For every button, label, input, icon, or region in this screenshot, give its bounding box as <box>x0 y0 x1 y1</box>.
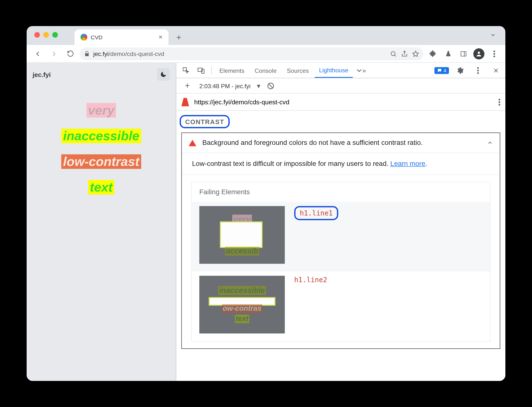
window-controls <box>34 32 58 38</box>
chat-icon <box>437 68 442 73</box>
demo-text-line2: inaccessible <box>61 129 141 143</box>
window-titlebar: CVD × + <box>27 26 505 45</box>
svg-point-0 <box>391 51 395 55</box>
report-dropdown-icon[interactable]: ▼ <box>256 82 262 89</box>
lighthouse-icon <box>181 98 189 106</box>
failing-element-row[interactable]: inaccessible ow-contras text h1.line2 <box>192 271 490 341</box>
star-icon[interactable] <box>412 50 419 57</box>
clear-report-button[interactable] <box>267 82 275 90</box>
demo-text-line3: low-contrast <box>61 154 141 169</box>
failing-elements-section: Failing Elements very accessib h1.line1 … <box>191 182 490 342</box>
svg-point-22 <box>499 104 500 105</box>
close-devtools-button[interactable] <box>489 64 503 77</box>
moon-icon <box>160 71 167 78</box>
inspect-element-button[interactable] <box>179 64 192 77</box>
tab-console[interactable]: Console <box>250 63 281 78</box>
warning-icon <box>189 139 196 146</box>
gear-icon <box>456 66 464 74</box>
new-tab-button[interactable]: + <box>172 30 186 44</box>
report-url: https://jec.fyi/demo/cds-quest-cvd <box>194 98 289 106</box>
close-tab-button[interactable]: × <box>159 33 162 41</box>
svg-marker-3 <box>413 51 418 56</box>
address-bar[interactable]: jec.fyi/demo/cds-quest-cvd <box>80 47 423 60</box>
device-toolbar-button[interactable] <box>194 64 208 77</box>
svg-line-19 <box>269 84 273 88</box>
svg-line-1 <box>395 55 396 56</box>
settings-button[interactable] <box>453 64 467 77</box>
tab-sources[interactable]: Sources <box>283 63 313 78</box>
devtools-panel: Elements Console Sources Lighthouse » 4 … <box>176 63 506 381</box>
demo-text-line4: text <box>88 180 114 195</box>
browser-tab[interactable]: CVD × <box>74 30 169 45</box>
svg-point-14 <box>477 69 479 71</box>
search-icon[interactable] <box>390 50 397 57</box>
element-thumbnail: inaccessible ow-contras text <box>199 276 285 333</box>
element-selector[interactable]: h1.line1 <box>294 206 338 220</box>
more-tabs-button[interactable]: » <box>354 64 368 77</box>
svg-rect-4 <box>461 51 466 56</box>
svg-point-15 <box>477 72 479 74</box>
devtools-menu-button[interactable] <box>471 64 485 77</box>
audit-card: Background and foreground colors do not … <box>181 133 500 349</box>
demo-text-line1: very <box>86 103 116 118</box>
audit-title: Background and foreground colors do not … <box>202 139 423 147</box>
url-path: /demo/cds-quest-cvd <box>109 50 164 57</box>
svg-point-6 <box>478 51 480 54</box>
element-selector[interactable]: h1.line2 <box>294 276 327 284</box>
audit-header[interactable]: Background and foreground colors do not … <box>182 133 500 153</box>
close-window-button[interactable] <box>34 32 40 38</box>
svg-point-21 <box>499 101 500 103</box>
svg-point-20 <box>499 98 500 100</box>
url-host: jec.fyi <box>93 50 109 57</box>
collapse-icon <box>487 140 493 146</box>
browser-window: CVD × + jec.fyi/demo/cds-quest-cvd <box>27 26 505 381</box>
site-title: jec.fyi <box>33 71 51 78</box>
failing-element-row[interactable]: very accessib h1.line1 <box>192 202 490 271</box>
report-menu-button[interactable] <box>499 98 500 106</box>
svg-point-8 <box>493 53 495 54</box>
tab-elements[interactable]: Elements <box>215 63 249 78</box>
menu-button[interactable] <box>488 47 501 61</box>
tabs-overflow-button[interactable] <box>490 32 496 38</box>
back-button[interactable] <box>31 47 45 61</box>
dark-mode-toggle[interactable] <box>157 68 170 81</box>
learn-more-link[interactable]: Learn more <box>390 160 425 167</box>
extensions-button[interactable] <box>426 47 440 61</box>
svg-point-9 <box>493 55 495 57</box>
share-icon[interactable] <box>401 50 408 57</box>
reload-button[interactable] <box>64 47 77 61</box>
messages-badge[interactable]: 4 <box>435 67 449 74</box>
minimize-window-button[interactable] <box>43 32 49 38</box>
page-viewport: jec.fyi very inaccessible low-contrast t… <box>27 63 176 381</box>
element-thumbnail: very accessib <box>199 206 285 264</box>
svg-point-7 <box>493 50 495 52</box>
maximize-window-button[interactable] <box>52 32 58 38</box>
tab-title: CVD <box>91 34 103 40</box>
profile-button[interactable] <box>472 47 486 61</box>
svg-point-13 <box>477 67 479 69</box>
audit-description: Low-contrast text is difficult or imposs… <box>182 153 500 175</box>
devtools-tabstrip: Elements Console Sources Lighthouse » 4 <box>176 63 506 78</box>
favicon-icon <box>81 34 87 41</box>
labs-button[interactable] <box>441 47 455 61</box>
report-selector[interactable]: 2:03:48 PM - jec.fyi <box>199 82 251 89</box>
failing-elements-title: Failing Elements <box>192 182 490 202</box>
tab-lighthouse[interactable]: Lighthouse <box>315 63 353 78</box>
browser-toolbar: jec.fyi/demo/cds-quest-cvd <box>27 45 505 63</box>
report-url-bar: https://jec.fyi/demo/cds-quest-cvd <box>176 94 506 111</box>
forward-button[interactable] <box>47 47 61 61</box>
lock-icon <box>84 51 90 57</box>
contrast-section-label: CONTRAST <box>180 115 506 128</box>
lighthouse-toolbar: + 2:03:48 PM - jec.fyi ▼ <box>176 78 506 94</box>
sidepanel-button[interactable] <box>457 47 470 61</box>
new-report-button[interactable]: + <box>181 79 194 93</box>
